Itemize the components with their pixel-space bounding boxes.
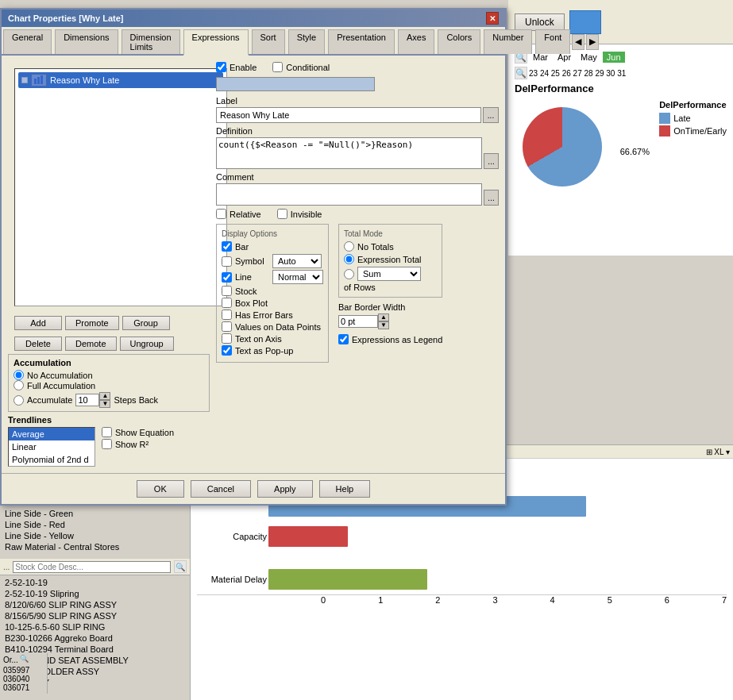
relative-label[interactable]: Relative xyxy=(216,209,261,219)
ok-button[interactable]: OK xyxy=(137,480,184,498)
list-item[interactable]: Raw Material - Central Stores xyxy=(3,541,187,552)
demote-button[interactable]: Demote xyxy=(65,337,117,351)
trend-item-polynomial[interactable]: Polynomial of 2nd d xyxy=(9,453,95,466)
no-accumulation-radio[interactable] xyxy=(14,370,24,380)
steps-down[interactable]: ▼ xyxy=(99,400,110,408)
text-as-popup-checkbox-label[interactable]: Text as Pop-up xyxy=(222,345,323,356)
close-button[interactable]: ✕ xyxy=(486,12,499,25)
values-checkbox[interactable] xyxy=(222,321,232,332)
apply-button[interactable]: Apply xyxy=(257,480,313,498)
text-on-axis-checkbox-label[interactable]: Text on Axis xyxy=(222,333,323,344)
stock-item[interactable]: 8/156/5/90 SLIP RING ASSY xyxy=(3,610,187,621)
month-jun[interactable]: Jun xyxy=(603,52,625,63)
bar-checkbox-label[interactable]: Bar xyxy=(222,241,323,252)
tab-number[interactable]: Number xyxy=(484,29,532,54)
order-num-3[interactable]: 036071 xyxy=(3,683,44,692)
tab-scroll-right[interactable]: ▶ xyxy=(586,34,599,50)
tab-sort[interactable]: Sort xyxy=(252,29,285,54)
stock-item[interactable]: B230-10266 Aggreko Board xyxy=(3,633,187,644)
label-expand-btn[interactable]: ... xyxy=(483,107,499,123)
box-plot-checkbox[interactable] xyxy=(222,298,232,308)
enable-label[interactable]: Enable xyxy=(216,62,257,72)
tab-dimensions[interactable]: Dimensions xyxy=(55,29,118,54)
tab-expressions[interactable]: Expressions xyxy=(183,29,249,56)
order-num-2[interactable]: 036040 xyxy=(3,675,44,683)
stock-item[interactable]: 8/120/6/60 SLIP RING ASSY xyxy=(3,599,187,610)
line-checkbox-label[interactable]: Line xyxy=(222,272,269,283)
line-select[interactable]: NormalSmoothDotted xyxy=(272,270,323,284)
help-button[interactable]: Help xyxy=(319,480,371,498)
comment-textarea[interactable] xyxy=(216,183,482,206)
text-on-axis-checkbox[interactable] xyxy=(222,333,232,344)
conditional-checkbox[interactable] xyxy=(272,62,283,72)
expressions-as-legend-label[interactable]: Expressions as Legend xyxy=(338,334,442,344)
definition-expand-btn[interactable]: ... xyxy=(484,153,499,169)
symbol-checkbox-label[interactable]: Symbol xyxy=(222,256,269,267)
text-as-popup-checkbox[interactable] xyxy=(222,345,232,356)
invisible-checkbox[interactable] xyxy=(277,209,287,219)
list-item[interactable]: Line Side - Green xyxy=(3,508,187,519)
stock-search-icon[interactable]: 🔍 xyxy=(174,560,187,573)
steps-up[interactable]: ▲ xyxy=(99,392,110,400)
cancel-button[interactable]: Cancel xyxy=(191,480,251,498)
steps-input[interactable] xyxy=(75,394,99,406)
expression-total-label[interactable]: Expression Total xyxy=(344,254,437,264)
show-r2-checkbox[interactable] xyxy=(102,439,112,449)
ungroup-button[interactable]: Ungroup xyxy=(120,337,174,351)
definition-textarea[interactable] xyxy=(216,137,482,169)
error-bars-checkbox-label[interactable]: Has Error Bars xyxy=(222,310,323,320)
comment-expand-btn[interactable]: ... xyxy=(484,190,499,206)
stock-item[interactable]: 10-125-6.5-60 SLIP RING xyxy=(3,621,187,633)
line-checkbox[interactable] xyxy=(222,272,232,283)
full-accumulation-radio[interactable] xyxy=(14,380,24,390)
accumulate-radio[interactable] xyxy=(14,395,24,406)
stock-search-input[interactable] xyxy=(13,561,171,573)
enable-checkbox[interactable] xyxy=(216,62,226,72)
stock-item[interactable]: 2-52-10-19 Slipring xyxy=(3,588,187,599)
tab-scroll-left[interactable]: ◀ xyxy=(572,34,584,50)
values-checkbox-label[interactable]: Values on Data Points xyxy=(222,321,323,332)
trend-item-average[interactable]: Average xyxy=(9,428,95,440)
no-totals-label[interactable]: No Totals xyxy=(344,241,437,252)
sum-select[interactable]: SumAverageMinMax xyxy=(357,267,421,281)
order-num-1[interactable]: 035997 xyxy=(3,666,44,675)
show-equation-checkbox[interactable] xyxy=(102,427,112,437)
tab-font[interactable]: Font xyxy=(535,29,570,54)
order-search-icon[interactable]: 🔍 xyxy=(20,655,29,664)
no-totals-radio[interactable] xyxy=(344,241,354,252)
unlock-button[interactable]: Unlock xyxy=(515,13,565,31)
expression-total-radio[interactable] xyxy=(344,254,354,264)
tab-style[interactable]: Style xyxy=(288,29,325,54)
add-button[interactable]: Add xyxy=(14,316,62,330)
sum-radio[interactable] xyxy=(344,269,354,279)
expressions-as-legend-checkbox[interactable] xyxy=(338,334,349,344)
box-plot-checkbox-label[interactable]: Box Plot xyxy=(222,298,323,308)
list-item[interactable]: Line Side - Red xyxy=(3,519,187,530)
tab-colors[interactable]: Colors xyxy=(438,29,480,54)
delete-button[interactable]: Delete xyxy=(14,337,62,351)
tab-presentation[interactable]: Presentation xyxy=(328,29,395,54)
group-button[interactable]: Group xyxy=(122,316,170,330)
symbol-select[interactable]: AutoCircleSquare xyxy=(272,254,322,268)
conditional-label[interactable]: Conditional xyxy=(272,62,330,72)
invisible-label[interactable]: Invisible xyxy=(277,209,322,219)
bar-border-down[interactable]: ▼ xyxy=(378,321,389,329)
tab-axes[interactable]: Axes xyxy=(398,29,434,54)
search-icon2[interactable]: 🔍 xyxy=(515,67,527,79)
relative-checkbox[interactable] xyxy=(216,209,226,219)
show-r2-label[interactable]: Show R² xyxy=(102,439,174,449)
no-accumulation-label[interactable]: No Accumulation xyxy=(14,370,204,380)
stock-checkbox-label[interactable]: Stock xyxy=(222,286,323,296)
promote-button[interactable]: Promote xyxy=(65,316,119,330)
tab-dimension-limits[interactable]: Dimension Limits xyxy=(122,29,180,54)
show-equation-label[interactable]: Show Equation xyxy=(102,427,174,437)
full-accumulation-label[interactable]: Full Accumulation xyxy=(14,380,204,390)
bar-border-up[interactable]: ▲ xyxy=(378,313,389,321)
label-input[interactable] xyxy=(216,107,481,123)
stock-item[interactable]: 2-52-10-19 xyxy=(3,577,187,588)
error-bars-checkbox[interactable] xyxy=(222,310,232,320)
expression-item[interactable]: Reason Why Late xyxy=(18,72,223,88)
stock-checkbox[interactable] xyxy=(222,286,232,296)
bar-border-input[interactable] xyxy=(338,315,378,328)
trend-item-linear[interactable]: Linear xyxy=(9,440,95,453)
